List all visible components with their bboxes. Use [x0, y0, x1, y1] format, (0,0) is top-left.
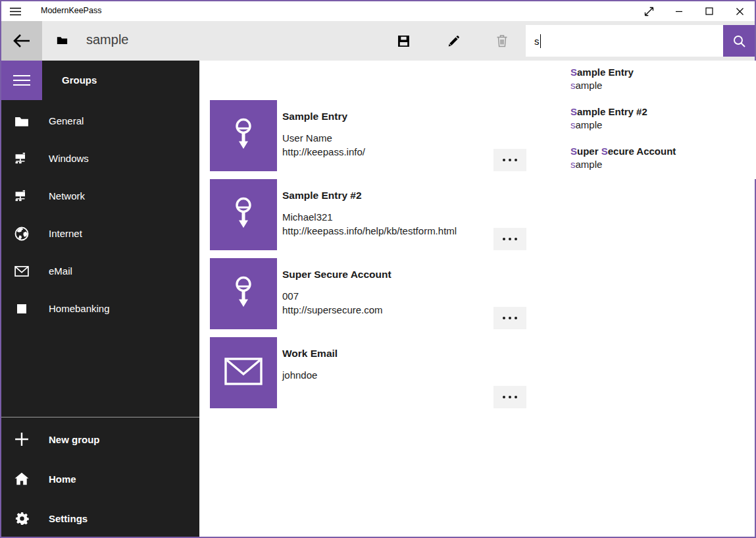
delete-trash-icon [496, 34, 508, 47]
sidebar-item-home[interactable]: Home [1, 459, 199, 498]
search-button[interactable] [723, 25, 755, 57]
groups-list: GeneralWindowsNetworkInterneteMailHomeba… [1, 102, 199, 327]
sidebar-item-label: Home [49, 473, 76, 485]
suggestion-item-1[interactable]: Sample Entry #2sample [563, 100, 756, 140]
search-icon [733, 35, 745, 47]
entry-details: johndoe [282, 368, 317, 382]
key-icon [228, 275, 259, 312]
suggestion-text-part: S [601, 146, 608, 157]
command-bar: sample s [1, 21, 755, 61]
entry-tile [210, 337, 277, 408]
suggestion-title: Sample Entry #2 [570, 105, 756, 119]
entry-detail: http://keepass.info/help/kb/testform.htm… [282, 224, 457, 238]
window-controls [634, 1, 755, 21]
save-button[interactable] [390, 29, 416, 53]
entry-more-button[interactable] [493, 149, 526, 171]
sidebar-item-label: Homebanking [49, 303, 110, 314]
entry-tile [210, 100, 277, 171]
folder-icon [14, 115, 30, 127]
suggestion-text-part: S [570, 67, 577, 78]
entry-title: Sample Entry #2 [282, 190, 362, 202]
suggestion-text-part: s [570, 159, 576, 170]
suggestion-title: Super Secure Account [570, 145, 756, 158]
entry-detail: johndoe [282, 368, 317, 382]
app-title: ModernKeePass [41, 6, 101, 15]
search-suggestions: Sample EntrysampleSample Entry #2sampleS… [563, 61, 756, 179]
suggestion-text-part: uper [577, 146, 601, 157]
entry-more-button[interactable] [493, 307, 526, 329]
sidebar-item-label: General [49, 115, 84, 126]
entry-more-button[interactable] [493, 386, 526, 408]
entry-tile [210, 179, 277, 250]
entry-tile [210, 258, 277, 329]
sidebar-item-settings[interactable]: Settings [1, 498, 199, 538]
workstation-icon [14, 152, 30, 165]
key-icon [228, 196, 259, 233]
back-button[interactable] [1, 21, 42, 61]
entry-details: User Namehttp://keepass.info/ [282, 131, 365, 159]
suggestion-text-part: s [570, 80, 576, 91]
sidebar-item-network[interactable]: Network [1, 177, 199, 215]
sidebar-item-label: Settings [49, 513, 88, 524]
suggestion-text-part: ecure Account [608, 146, 676, 157]
database-title: sample [86, 32, 128, 47]
entry-detail: Michael321 [282, 210, 457, 224]
sidebar-item-homebanking[interactable]: Homebanking [1, 290, 199, 327]
mail-icon [224, 358, 263, 388]
minimize-button[interactable] [664, 1, 694, 21]
minimize-icon [675, 7, 683, 15]
sidebar-item-new-group[interactable]: New group [1, 419, 199, 459]
globe-icon [14, 227, 30, 241]
entry-row-sample-entry[interactable]: Sample EntryUser Namehttp://keepass.info… [210, 100, 526, 171]
gear-icon [14, 512, 30, 525]
suggestion-text-part: ample [576, 159, 603, 170]
edit-button[interactable] [440, 29, 466, 53]
entry-detail: User Name [282, 131, 365, 145]
home-icon [14, 472, 30, 485]
maximize-icon [705, 7, 713, 15]
mail-icon [14, 265, 30, 277]
entry-details: Michael321http://keepass.info/help/kb/te… [282, 210, 457, 238]
search-input[interactable]: s [526, 25, 723, 57]
close-button[interactable] [724, 1, 755, 21]
entry-title: Work Email [282, 348, 338, 360]
titlebar-hamburger-icon[interactable] [10, 7, 27, 16]
suggestion-text-part: S [570, 106, 577, 117]
suggestion-subtitle: sample [570, 119, 756, 132]
entry-more-button[interactable] [493, 228, 526, 250]
text-caret [540, 34, 542, 48]
plus-icon [14, 432, 30, 446]
entry-details: 007http://supersecure.com [282, 289, 383, 317]
save-icon [397, 35, 410, 47]
maximize-button[interactable] [694, 1, 724, 21]
sidebar-item-general[interactable]: General [1, 102, 199, 140]
groups-heading: Groups [62, 61, 97, 100]
sidebar-item-label: Internet [49, 228, 82, 239]
suggestion-item-0[interactable]: Sample Entrysample [563, 61, 756, 100]
sidebar-item-windows[interactable]: Windows [1, 140, 199, 177]
suggestion-text-part: ample Entry #2 [577, 106, 647, 117]
suggestion-subtitle: sample [570, 79, 756, 92]
entry-row-super-secure-account[interactable]: Super Secure Account007http://supersecur… [210, 258, 526, 329]
back-arrow-icon [13, 34, 31, 48]
entry-detail: http://supersecure.com [282, 303, 383, 317]
key-icon [228, 117, 259, 154]
square-icon [14, 304, 30, 314]
close-icon [736, 7, 744, 16]
suggestion-text-part: s [570, 119, 576, 130]
suggestion-item-2[interactable]: Super Secure Accountsample [563, 140, 756, 179]
menu-button[interactable] [1, 61, 42, 100]
delete-button[interactable] [489, 29, 515, 53]
suggestion-title: Sample Entry [570, 66, 756, 79]
fullscreen-button[interactable] [634, 1, 664, 21]
sidebar-item-email[interactable]: eMail [1, 252, 199, 290]
sidebar-item-label: New group [49, 434, 100, 445]
sidebar-item-internet[interactable]: Internet [1, 215, 199, 252]
entry-row-work-email[interactable]: Work Emailjohndoe [210, 337, 526, 408]
edit-pencil-icon [447, 35, 460, 47]
database-folder-icon [57, 36, 68, 47]
entry-detail: http://keepass.info/ [282, 145, 365, 159]
sidebar-footer: New groupHomeSettings [1, 417, 199, 538]
entries-list: Sample EntryUser Namehttp://keepass.info… [210, 100, 526, 416]
entry-row-sample-entry-2[interactable]: Sample Entry #2Michael321http://keepass.… [210, 179, 526, 250]
